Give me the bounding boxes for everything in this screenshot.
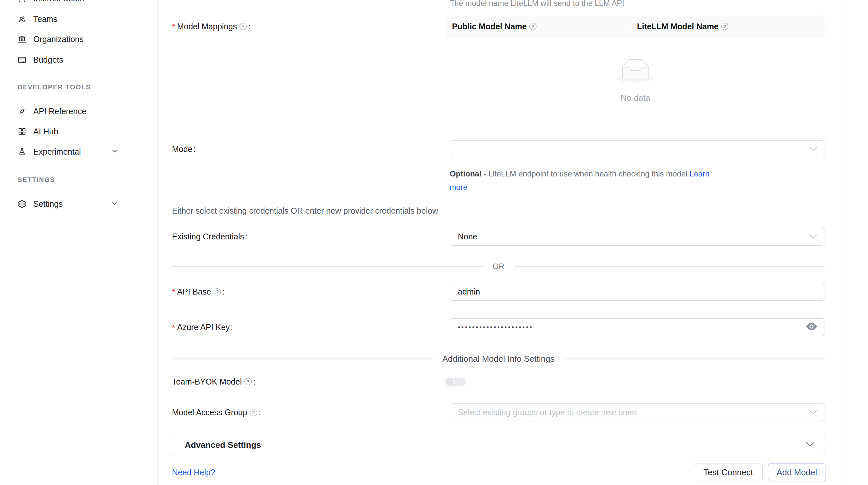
info-settings-divider-text: Additional Model Info Settings: [442, 354, 555, 364]
column-header-litellm-model-name: LiteLLM Model Name ?: [631, 21, 825, 32]
chevron-down-icon: [111, 199, 118, 209]
chevron-down-icon: [808, 232, 818, 241]
sidebar-item-label: Teams: [33, 14, 57, 24]
sidebar-item-label: Experimental: [33, 147, 81, 157]
sidebar: Internal Users Teams Organizations Budge…: [0, 0, 158, 485]
model-access-group-label: Model Access Group ? :: [172, 403, 261, 421]
user-icon: [18, 0, 26, 3]
sidebar-item-label: AI Hub: [33, 127, 58, 136]
sidebar-item-label: Internal Users: [33, 0, 84, 3]
test-connect-button[interactable]: Test Connect: [694, 463, 763, 481]
model-access-group-select[interactable]: Select existing groups or type to create…: [450, 403, 825, 421]
column-header-public-model-name: Public Model Name ?: [446, 22, 631, 31]
model-mappings-table: Public Model Name ? LiteLLM Model Name ?: [446, 15, 825, 127]
table-empty-state: No data: [446, 37, 825, 127]
mode-select[interactable]: [450, 140, 825, 158]
sidebar-item-budgets[interactable]: Budgets: [0, 50, 157, 70]
plug-icon: [18, 107, 26, 116]
sidebar-item-organizations[interactable]: Organizations: [0, 29, 157, 49]
users-icon: [18, 15, 26, 24]
chevron-down-icon: [808, 408, 818, 417]
required-asterisk: *: [172, 323, 175, 333]
no-data-text: No data: [621, 93, 650, 103]
sidebar-item-label: Budgets: [33, 55, 63, 65]
advanced-settings-title: Advanced Settings: [185, 440, 261, 450]
sidebar-item-label: Organizations: [33, 35, 84, 44]
azure-api-key-label: * Azure API Key :: [172, 318, 233, 336]
info-settings-divider: Additional Model Info Settings: [172, 353, 825, 365]
select-placeholder: Select existing groups or type to create…: [458, 408, 636, 417]
sidebar-item-ai-hub[interactable]: AI Hub: [0, 121, 157, 141]
bank-icon: [18, 35, 26, 44]
azure-api-key-field-wrap: [450, 318, 825, 336]
need-help-link[interactable]: Need Help?: [172, 468, 215, 477]
azure-api-key-input[interactable]: [458, 324, 802, 331]
mode-help-text: Optional - LiteLLM endpoint to use when …: [450, 167, 717, 194]
help-icon[interactable]: ?: [250, 409, 257, 416]
help-icon[interactable]: ?: [214, 288, 221, 295]
empty-inbox-icon: [617, 59, 654, 83]
help-icon[interactable]: ?: [240, 23, 247, 30]
flask-icon: [18, 148, 26, 156]
api-base-field-wrap: [450, 283, 825, 301]
chevron-down-icon: [111, 147, 118, 157]
team-byok-label: Team-BYOK Model ? :: [172, 373, 255, 391]
team-byok-toggle[interactable]: [445, 377, 466, 387]
existing-credentials-label: Existing Credentials :: [172, 228, 247, 246]
help-icon[interactable]: ?: [244, 378, 252, 385]
litellm-admin-page: Internal Users Teams Organizations Budge…: [0, 0, 868, 485]
gear-icon: [18, 200, 26, 208]
sidebar-item-label: Settings: [33, 199, 63, 209]
required-asterisk: *: [172, 288, 175, 297]
sidebar-section-settings: SETTINGS: [18, 175, 55, 184]
eye-icon[interactable]: [806, 322, 817, 333]
advanced-settings-panel[interactable]: Advanced Settings: [172, 434, 825, 456]
help-icon[interactable]: ?: [721, 23, 728, 30]
model-mappings-label: * Model Mappings ? :: [172, 15, 251, 37]
form-footer: Need Help? Test Connect Add Model: [172, 463, 826, 481]
chevron-down-icon: [806, 441, 815, 449]
credit-card-icon: [18, 56, 26, 64]
sidebar-section-developer-tools: DEVELOPER TOOLS: [18, 83, 91, 92]
sidebar-item-internal-users[interactable]: Internal Users: [0, 0, 157, 8]
sidebar-item-settings[interactable]: Settings: [0, 194, 157, 214]
sidebar-item-teams[interactable]: Teams: [0, 9, 157, 29]
grid-icon: [18, 127, 26, 136]
sidebar-item-api-reference[interactable]: API Reference: [0, 101, 157, 121]
table-header: Public Model Name ? LiteLLM Model Name ?: [446, 15, 825, 37]
sidebar-item-experimental[interactable]: Experimental: [0, 141, 157, 162]
credentials-note: Either select existing credentials OR en…: [172, 206, 438, 216]
litellm-model-name-help-text: The model name LiteLLM will send to the …: [450, 0, 624, 8]
toggle-knob: [445, 377, 455, 387]
api-base-label: * API Base ? :: [172, 283, 225, 301]
or-divider-text: OR: [493, 262, 504, 271]
mode-label: Mode :: [172, 140, 196, 158]
help-icon[interactable]: ?: [529, 23, 536, 30]
required-asterisk: *: [172, 23, 175, 32]
add-model-button[interactable]: Add Model: [768, 463, 826, 481]
selected-value: None: [458, 232, 477, 241]
or-divider: OR: [172, 261, 825, 272]
sidebar-item-label: API Reference: [33, 107, 87, 116]
api-base-input[interactable]: [458, 287, 802, 296]
chevron-down-icon: [808, 144, 818, 154]
existing-credentials-select[interactable]: None: [450, 228, 825, 246]
add-model-form: The model name LiteLLM will send to the …: [158, 0, 841, 485]
